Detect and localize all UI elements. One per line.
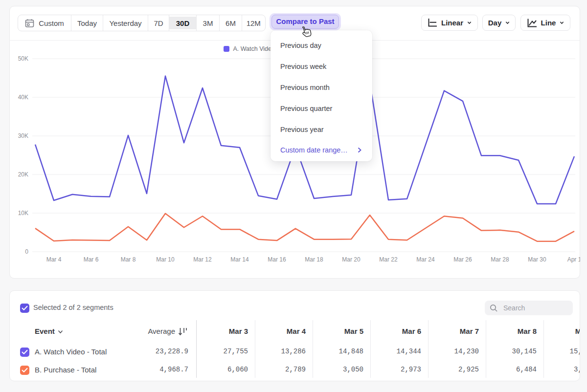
svg-text:Mar 24: Mar 24 xyxy=(416,256,435,263)
svg-text:Mar 16: Mar 16 xyxy=(268,256,286,263)
svg-text:Mar 26: Mar 26 xyxy=(453,256,472,263)
svg-text:Mar 18: Mar 18 xyxy=(305,256,323,263)
svg-text:Mar 6: Mar 6 xyxy=(84,256,99,263)
svg-text:Mar 20: Mar 20 xyxy=(342,256,361,263)
svg-text:Apr 1: Apr 1 xyxy=(567,256,580,263)
svg-text:Mar 30: Mar 30 xyxy=(528,256,546,263)
svg-text:Mar 8: Mar 8 xyxy=(121,256,136,263)
svg-text:30K: 30K xyxy=(18,132,28,139)
svg-text:40K: 40K xyxy=(18,94,28,101)
svg-text:10K: 10K xyxy=(18,210,28,217)
svg-text:0: 0 xyxy=(25,248,28,255)
svg-text:Mar 14: Mar 14 xyxy=(230,256,249,263)
svg-text:20K: 20K xyxy=(18,171,28,178)
svg-text:Mar 28: Mar 28 xyxy=(491,256,509,263)
svg-text:Mar 4: Mar 4 xyxy=(46,256,62,263)
svg-text:Mar 22: Mar 22 xyxy=(379,256,398,263)
svg-text:Mar 12: Mar 12 xyxy=(193,256,212,263)
svg-text:50K: 50K xyxy=(18,55,28,62)
svg-text:Mar 10: Mar 10 xyxy=(156,256,175,263)
